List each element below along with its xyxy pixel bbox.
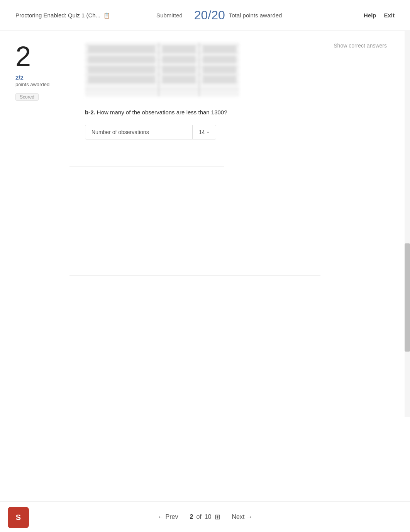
question-text: b-2. How many of the observations are le… (85, 108, 395, 117)
footer-nav: ← Prev 2 of 10 ⊞ Next → (0, 501, 410, 532)
current-page: 2 (190, 513, 193, 520)
scrollbar-thumb[interactable] (405, 243, 410, 352)
grid-icon[interactable]: ⊞ (215, 513, 220, 521)
question-body-text: How many of the observations are less th… (97, 109, 227, 116)
user-avatar[interactable]: S (8, 507, 29, 528)
question-body: b-2. How many of the observations are le… (77, 42, 395, 139)
page-of-label: of (196, 513, 201, 520)
total-pages: 10 (205, 513, 212, 520)
avatar-initial: S (16, 513, 21, 522)
header: Proctoring Enabled: Quiz 1 (Ch... 📋 Subm… (0, 0, 410, 31)
clipboard-icon[interactable]: 📋 (103, 12, 110, 19)
answer-check-icon: ▪ (207, 129, 209, 135)
prev-button[interactable]: ← Prev (158, 513, 178, 520)
quiz-title: Proctoring Enabled: Quiz 1 (Ch... (15, 12, 100, 19)
exit-button[interactable]: Exit (384, 12, 395, 19)
points-earned: 2/2 (15, 74, 69, 81)
bottom-divider (69, 275, 320, 276)
sub-question-label: b-2. (85, 109, 95, 116)
answer-value-cell: 14 ▪ (193, 125, 216, 139)
score-display: 20/20 (194, 8, 225, 22)
mid-divider (69, 167, 224, 167)
data-table-image (85, 42, 239, 97)
total-points-label: Total points awarded (229, 12, 282, 19)
show-correct-answers-button[interactable]: Show correct answers (334, 42, 387, 49)
points-label: points awarded (15, 82, 69, 87)
question-number: 2 (15, 42, 69, 70)
main-content: Show correct answers 2 2/2 points awarde… (0, 31, 410, 151)
answer-row-label: Number of observations (85, 125, 193, 139)
scored-badge: Scored (15, 93, 39, 101)
answer-value: 14 (199, 129, 205, 135)
next-button[interactable]: Next → (232, 513, 252, 520)
submitted-status: Submitted (156, 12, 183, 19)
help-button[interactable]: Help (364, 12, 376, 19)
page-info: 2 of 10 ⊞ (190, 513, 220, 521)
answer-table: Number of observations 14 ▪ (85, 125, 216, 139)
question-sidebar: 2 2/2 points awarded Scored (15, 42, 77, 139)
